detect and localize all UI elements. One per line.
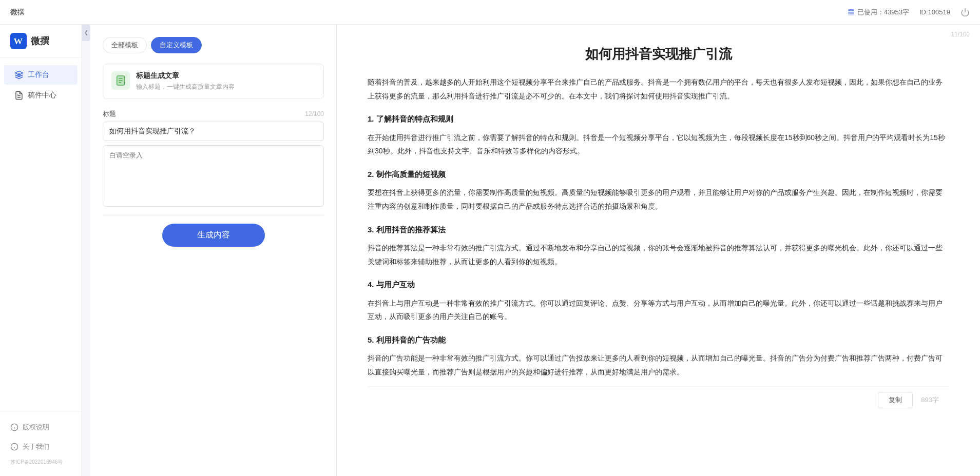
article-heading-5: 3. 利用抖音的推荐算法 [368, 223, 949, 237]
tab-all-templates[interactable]: 全部模板 [103, 37, 147, 53]
sidebar-item-drafts[interactable]: 稿件中心 [4, 86, 78, 105]
sidebar-about-label: 关于我们 [23, 442, 49, 451]
divider [103, 215, 324, 215]
template-card[interactable]: 标题生成文章 输入标题，一键生成高质量文章内容 [103, 64, 324, 99]
sidebar-item-workbench[interactable]: 工作台 [4, 65, 78, 85]
sidebar-item-drafts-label: 稿件中心 [28, 91, 56, 100]
content-area: 全部模板 自定义模板 标题生成文章 输入标题，一键生成高质量文章内容 [90, 25, 980, 476]
tab-custom-templates[interactable]: 自定义模板 [151, 37, 202, 53]
article-heading-7: 4. 与用户互动 [368, 277, 949, 292]
article-heading-1: 1. 了解抖音的特点和规则 [368, 112, 949, 127]
document-icon [115, 75, 126, 86]
article-heading-3: 2. 制作高质量的短视频 [368, 167, 949, 182]
article-para-2: 在开始使用抖音进行推广引流之前，你需要了解抖音的特点和规则。抖音是一个短视频分享… [368, 131, 949, 158]
main-layout: W 微撰 工作台 [0, 25, 980, 476]
article-para-4: 要想在抖音上获得更多的流量，你需要制作高质量的短视频。高质量的短视频能够吸引更多… [368, 186, 949, 213]
topbar-right: 已使用：43953字 ID:100519 [847, 8, 970, 17]
sidebar-bottom: 版权说明 关于我们 苏ICP备2022016946号 [0, 411, 82, 476]
template-desc: 输入标题，一键生成高质量文章内容 [136, 83, 235, 91]
file-icon [14, 91, 24, 100]
bottom-bar: 复制 893字 [368, 386, 949, 413]
circle-info-icon-copyright [10, 423, 18, 431]
logo-icon: W [10, 33, 27, 49]
title-char-count: 12/100 [305, 110, 324, 117]
svg-rect-1 [848, 12, 854, 14]
sidebar-logo: W 微撰 [0, 25, 82, 58]
article-heading-9: 5. 利用抖音的广告功能 [368, 333, 949, 348]
sidebar-item-workbench-label: 工作台 [28, 70, 49, 80]
sidebar-item-copyright[interactable]: 版权说明 [0, 418, 82, 437]
template-card-icon [111, 71, 130, 90]
left-panel: 全部模板 自定义模板 标题生成文章 输入标题，一键生成高质量文章内容 [90, 25, 337, 476]
copy-button[interactable]: 复制 [878, 392, 913, 408]
article-para-10: 抖音的广告功能是一种非常有效的推广引流方式。你可以通过广告投放来让更多的人看到你… [368, 351, 949, 379]
title-input[interactable] [103, 122, 324, 141]
sidebar-copyright-label: 版权说明 [23, 423, 49, 432]
article-para-0: 随着抖音的普及，越来越多的人开始利用这个短视频分享平台来推广自己的产品或服务。抖… [368, 75, 949, 103]
chevron-left-icon [84, 29, 89, 37]
sidebar-item-about[interactable]: 关于我们 [0, 437, 82, 457]
generate-button[interactable]: 生成内容 [162, 224, 265, 247]
collapse-sidebar-button[interactable] [82, 25, 90, 41]
database-icon [847, 8, 855, 16]
word-count: 893字 [921, 395, 939, 405]
title-form-group: 标题 12/100 [103, 109, 324, 141]
article-para-6: 抖音的推荐算法是一种非常有效的推广引流方式。通过不断地发布和分享自己的短视频，你… [368, 241, 949, 268]
svg-text:W: W [13, 36, 23, 46]
article-body: 随着抖音的普及，越来越多的人开始利用这个短视频分享平台来推广自己的产品或服务。抖… [368, 75, 949, 379]
topbar: 微撰 已使用：43953字 ID:100519 [0, 0, 980, 25]
topbar-title: 微撰 [10, 8, 25, 17]
home-icon [14, 70, 24, 80]
svg-rect-0 [848, 9, 854, 11]
template-name: 标题生成文章 [136, 71, 235, 81]
usage-info: 已使用：43953字 [847, 8, 909, 17]
article-title: 如何用抖音实现推广引流 [368, 45, 949, 63]
sidebar-nav: 工作台 稿件中心 [0, 58, 82, 112]
right-panel: 11/100 如何用抖音实现推广引流 随着抖音的普及，越来越多的人开始利用这个短… [337, 25, 980, 476]
icp-text: 苏ICP备2022016946号 [0, 457, 82, 470]
logo-text: 微撰 [31, 35, 49, 47]
template-tabs: 全部模板 自定义模板 [103, 37, 324, 53]
sidebar: W 微撰 工作台 [0, 25, 82, 476]
svg-rect-2 [848, 14, 854, 15]
id-info: ID:100519 [919, 8, 950, 16]
title-label: 标题 12/100 [103, 109, 324, 118]
page-indicator: 11/100 [951, 31, 970, 38]
power-icon[interactable] [960, 8, 970, 17]
template-info: 标题生成文章 输入标题，一键生成高质量文章内容 [136, 71, 235, 91]
content-textarea[interactable] [103, 145, 324, 207]
usage-text: 已使用：43953字 [857, 8, 909, 17]
circle-info-icon-about [10, 443, 18, 451]
article-para-8: 在抖音上与用户互动是一种非常有效的推广引流方式。你可以通过回复评论、点赞、分享等… [368, 296, 949, 324]
